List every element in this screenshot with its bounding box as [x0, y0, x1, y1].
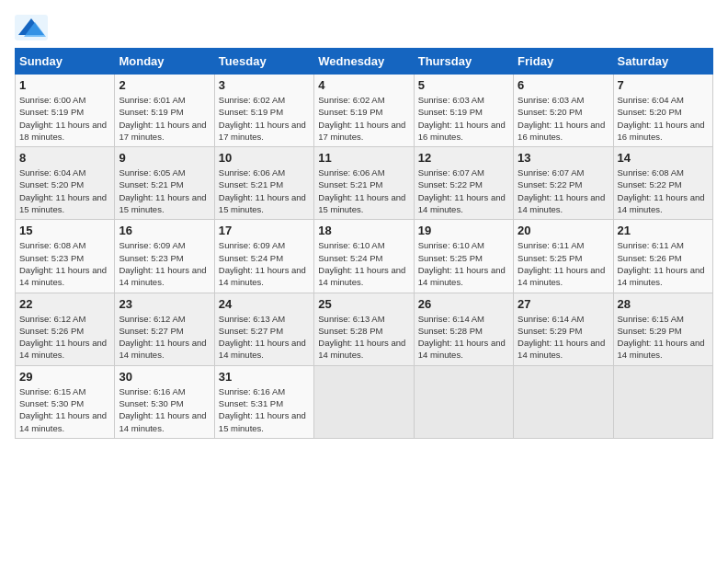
day-number: 4: [318, 78, 409, 92]
calendar-cell: 18 Sunrise: 6:10 AM Sunset: 5:24 PM Dayl…: [314, 220, 414, 293]
day-number: 16: [119, 224, 210, 237]
day-number: 17: [219, 224, 310, 237]
calendar-week-row: 1 Sunrise: 6:00 AM Sunset: 5:19 PM Dayli…: [16, 75, 713, 147]
day-number: 15: [19, 224, 110, 237]
day-info: Sunrise: 6:04 AM Sunset: 5:20 PM Dayligh…: [618, 94, 709, 143]
day-number: 26: [418, 297, 509, 311]
day-info: Sunrise: 6:11 AM Sunset: 5:26 PM Dayligh…: [618, 239, 709, 288]
calendar-cell: 7 Sunrise: 6:04 AM Sunset: 5:20 PM Dayli…: [613, 75, 712, 147]
day-info: Sunrise: 6:13 AM Sunset: 5:28 PM Dayligh…: [318, 313, 409, 362]
day-info: Sunrise: 6:06 AM Sunset: 5:21 PM Dayligh…: [219, 167, 310, 215]
calendar-cell: 15 Sunrise: 6:08 AM Sunset: 5:23 PM Dayl…: [16, 220, 115, 293]
day-info: Sunrise: 6:08 AM Sunset: 5:22 PM Dayligh…: [618, 167, 709, 215]
calendar-cell: 8 Sunrise: 6:04 AM Sunset: 5:20 PM Dayli…: [16, 147, 115, 220]
calendar-cell: 27 Sunrise: 6:14 AM Sunset: 5:29 PM Dayl…: [514, 293, 613, 365]
logo: [15, 15, 51, 40]
day-info: Sunrise: 6:14 AM Sunset: 5:29 PM Dayligh…: [518, 313, 609, 362]
day-number: 3: [219, 78, 310, 92]
calendar-cell: 14 Sunrise: 6:08 AM Sunset: 5:22 PM Dayl…: [613, 147, 712, 220]
weekday-header-sunday: Sunday: [16, 49, 115, 75]
calendar-cell: [613, 365, 712, 438]
calendar-cell: 10 Sunrise: 6:06 AM Sunset: 5:21 PM Dayl…: [214, 147, 313, 220]
weekday-header-tuesday: Tuesday: [214, 49, 313, 75]
calendar-cell: 23 Sunrise: 6:12 AM Sunset: 5:27 PM Dayl…: [115, 293, 214, 365]
calendar-week-row: 8 Sunrise: 6:04 AM Sunset: 5:20 PM Dayli…: [16, 147, 713, 220]
calendar-cell: 11 Sunrise: 6:06 AM Sunset: 5:21 PM Dayl…: [314, 147, 414, 220]
day-number: 2: [119, 78, 210, 92]
weekday-header-thursday: Thursday: [414, 49, 513, 75]
day-info: Sunrise: 6:07 AM Sunset: 5:22 PM Dayligh…: [418, 167, 509, 215]
day-info: Sunrise: 6:11 AM Sunset: 5:25 PM Dayligh…: [518, 239, 609, 288]
day-info: Sunrise: 6:10 AM Sunset: 5:25 PM Dayligh…: [418, 239, 509, 288]
calendar-cell: 16 Sunrise: 6:09 AM Sunset: 5:23 PM Dayl…: [115, 220, 214, 293]
day-number: 11: [318, 151, 409, 165]
day-number: 14: [618, 151, 709, 165]
calendar-cell: 13 Sunrise: 6:07 AM Sunset: 5:22 PM Dayl…: [514, 147, 613, 220]
day-info: Sunrise: 6:10 AM Sunset: 5:24 PM Dayligh…: [318, 239, 409, 288]
day-number: 6: [518, 78, 609, 92]
calendar-cell: [414, 365, 513, 438]
day-info: Sunrise: 6:02 AM Sunset: 5:19 PM Dayligh…: [219, 94, 310, 143]
day-info: Sunrise: 6:08 AM Sunset: 5:23 PM Dayligh…: [19, 239, 110, 288]
calendar-header-row: SundayMondayTuesdayWednesdayThursdayFrid…: [16, 49, 713, 75]
logo-icon: [15, 15, 48, 40]
weekday-header-wednesday: Wednesday: [314, 49, 414, 75]
day-number: 24: [219, 297, 310, 311]
day-info: Sunrise: 6:00 AM Sunset: 5:19 PM Dayligh…: [19, 94, 110, 143]
day-number: 1: [19, 78, 110, 92]
day-number: 12: [418, 151, 509, 165]
day-info: Sunrise: 6:04 AM Sunset: 5:20 PM Dayligh…: [19, 167, 110, 215]
calendar-cell: 1 Sunrise: 6:00 AM Sunset: 5:19 PM Dayli…: [16, 75, 115, 147]
day-info: Sunrise: 6:16 AM Sunset: 5:31 PM Dayligh…: [219, 385, 310, 434]
calendar-cell: 30 Sunrise: 6:16 AM Sunset: 5:30 PM Dayl…: [115, 365, 214, 438]
calendar-table: SundayMondayTuesdayWednesdayThursdayFrid…: [15, 48, 713, 439]
day-number: 7: [618, 78, 709, 92]
calendar-cell: 2 Sunrise: 6:01 AM Sunset: 5:19 PM Dayli…: [115, 75, 214, 147]
weekday-header-friday: Friday: [514, 49, 613, 75]
day-info: Sunrise: 6:12 AM Sunset: 5:26 PM Dayligh…: [19, 313, 110, 362]
day-number: 27: [518, 297, 609, 311]
calendar-cell: 26 Sunrise: 6:14 AM Sunset: 5:28 PM Dayl…: [414, 293, 513, 365]
day-number: 10: [219, 151, 310, 165]
calendar-cell: 6 Sunrise: 6:03 AM Sunset: 5:20 PM Dayli…: [514, 75, 613, 147]
calendar-cell: 25 Sunrise: 6:13 AM Sunset: 5:28 PM Dayl…: [314, 293, 414, 365]
day-number: 18: [318, 224, 409, 237]
day-info: Sunrise: 6:03 AM Sunset: 5:19 PM Dayligh…: [418, 94, 509, 143]
calendar-cell: 28 Sunrise: 6:15 AM Sunset: 5:29 PM Dayl…: [613, 293, 712, 365]
day-number: 8: [19, 151, 110, 165]
page-header: [15, 15, 713, 40]
day-info: Sunrise: 6:06 AM Sunset: 5:21 PM Dayligh…: [318, 167, 409, 215]
day-number: 28: [618, 297, 709, 311]
day-number: 25: [318, 297, 409, 311]
calendar-cell: 19 Sunrise: 6:10 AM Sunset: 5:25 PM Dayl…: [414, 220, 513, 293]
calendar-cell: [314, 365, 414, 438]
day-number: 20: [518, 224, 609, 237]
calendar-cell: 29 Sunrise: 6:15 AM Sunset: 5:30 PM Dayl…: [16, 365, 115, 438]
calendar-cell: 12 Sunrise: 6:07 AM Sunset: 5:22 PM Dayl…: [414, 147, 513, 220]
calendar-cell: 22 Sunrise: 6:12 AM Sunset: 5:26 PM Dayl…: [16, 293, 115, 365]
calendar-week-row: 29 Sunrise: 6:15 AM Sunset: 5:30 PM Dayl…: [16, 365, 713, 438]
calendar-cell: 9 Sunrise: 6:05 AM Sunset: 5:21 PM Dayli…: [115, 147, 214, 220]
calendar-cell: 21 Sunrise: 6:11 AM Sunset: 5:26 PM Dayl…: [613, 220, 712, 293]
calendar-week-row: 22 Sunrise: 6:12 AM Sunset: 5:26 PM Dayl…: [16, 293, 713, 365]
calendar-cell: 17 Sunrise: 6:09 AM Sunset: 5:24 PM Dayl…: [214, 220, 313, 293]
day-info: Sunrise: 6:12 AM Sunset: 5:27 PM Dayligh…: [119, 313, 210, 362]
day-number: 31: [219, 370, 310, 384]
calendar-cell: [514, 365, 613, 438]
day-info: Sunrise: 6:01 AM Sunset: 5:19 PM Dayligh…: [119, 94, 210, 143]
day-info: Sunrise: 6:09 AM Sunset: 5:23 PM Dayligh…: [119, 239, 210, 288]
day-number: 19: [418, 224, 509, 237]
calendar-cell: 20 Sunrise: 6:11 AM Sunset: 5:25 PM Dayl…: [514, 220, 613, 293]
day-info: Sunrise: 6:14 AM Sunset: 5:28 PM Dayligh…: [418, 313, 509, 362]
weekday-header-monday: Monday: [115, 49, 214, 75]
day-number: 22: [19, 297, 110, 311]
day-number: 29: [19, 370, 110, 384]
day-info: Sunrise: 6:02 AM Sunset: 5:19 PM Dayligh…: [318, 94, 409, 143]
day-info: Sunrise: 6:13 AM Sunset: 5:27 PM Dayligh…: [219, 313, 310, 362]
day-info: Sunrise: 6:07 AM Sunset: 5:22 PM Dayligh…: [518, 167, 609, 215]
day-number: 13: [518, 151, 609, 165]
day-info: Sunrise: 6:16 AM Sunset: 5:30 PM Dayligh…: [119, 385, 210, 434]
weekday-header-saturday: Saturday: [613, 49, 712, 75]
calendar-cell: 31 Sunrise: 6:16 AM Sunset: 5:31 PM Dayl…: [214, 365, 313, 438]
calendar-week-row: 15 Sunrise: 6:08 AM Sunset: 5:23 PM Dayl…: [16, 220, 713, 293]
